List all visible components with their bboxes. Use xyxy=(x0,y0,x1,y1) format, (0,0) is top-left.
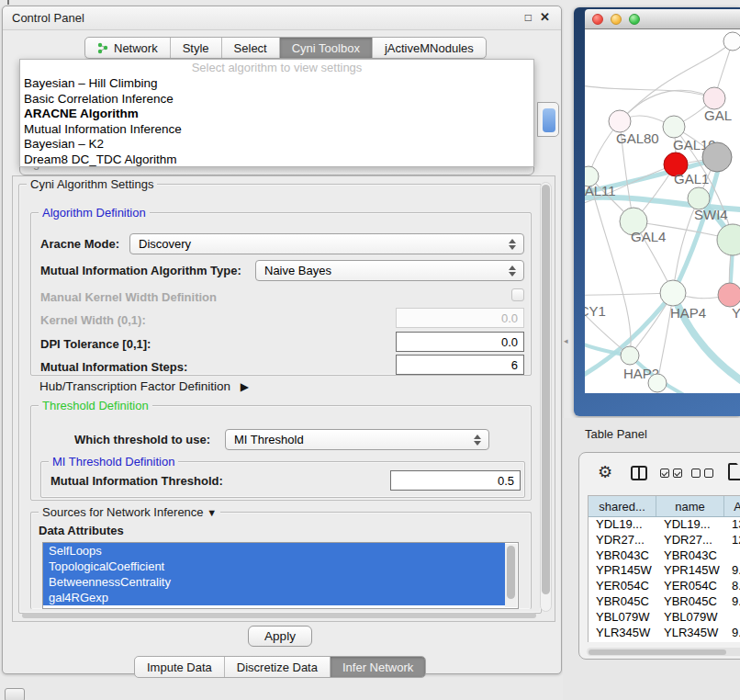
cell[interactable]: YBL079W xyxy=(589,610,656,626)
tab-network[interactable]: Network xyxy=(85,38,171,58)
network-canvas[interactable]: GALGAL80GAL10GAL1GAL11GAL4SWI4GCY1HAP4YH… xyxy=(585,29,740,393)
list-item-topologicalcoefficient[interactable]: TopologicalCoefficient xyxy=(43,559,505,574)
cell[interactable] xyxy=(724,610,740,626)
zoom-window-button[interactable] xyxy=(629,14,640,25)
table-row[interactable]: YER054C YER054C 8. xyxy=(589,579,740,594)
tab-impute-data[interactable]: Impute Data xyxy=(135,657,225,677)
minimized-panel-button[interactable] xyxy=(5,688,25,700)
cell[interactable]: YPR145W xyxy=(589,563,656,579)
table-row[interactable]: YBR045C YBR045C 9. xyxy=(589,594,740,610)
network-node-y[interactable] xyxy=(718,283,740,307)
obscured-spinner-fragment[interactable] xyxy=(537,102,559,137)
apply-button[interactable]: Apply xyxy=(248,626,312,647)
cell[interactable]: YLR345W xyxy=(589,626,656,641)
cell[interactable]: YIL052C xyxy=(589,640,656,642)
tab-cyni-toolbox[interactable]: Cyni Toolbox xyxy=(280,38,373,58)
dropdown-item-basic-correlation[interactable]: Basic Correlation Inference xyxy=(20,92,533,107)
table-row[interactable]: YDR27... YDR27... 12 xyxy=(589,533,740,548)
network-window-titlebar[interactable] xyxy=(585,9,740,29)
network-node-gal10[interactable] xyxy=(663,116,685,138)
cell[interactable]: YIL052C xyxy=(656,640,724,642)
table-row[interactable]: YLR345W YLR345W 9. xyxy=(589,626,740,641)
mi-threshold-field[interactable]: 0.5 xyxy=(390,470,521,491)
close-window-button[interactable] xyxy=(592,14,603,25)
cell[interactable]: YER054C xyxy=(656,579,724,594)
sources-toggle[interactable]: Sources for Network Inference ▼ xyxy=(39,505,220,519)
dropdown-item-aracne[interactable]: ARACNE Algorithm xyxy=(20,107,533,122)
cell[interactable]: YDR27... xyxy=(589,533,656,548)
new-table-icon[interactable] xyxy=(728,463,740,480)
tab-infer-network[interactable]: Infer Network xyxy=(331,657,425,677)
list-item-gal4rgexp[interactable]: gal4RGexp xyxy=(43,590,505,605)
cell[interactable]: YDL19... xyxy=(589,517,656,533)
cell[interactable]: 9 xyxy=(724,640,740,642)
table-row[interactable]: YPR145W YPR145W 9. xyxy=(589,563,740,579)
column-header-name[interactable]: name xyxy=(656,496,724,516)
network-node[interactable] xyxy=(717,224,740,255)
settings-horizontal-scrollbar[interactable] xyxy=(22,613,536,618)
network-node[interactable] xyxy=(723,32,740,51)
cell[interactable]: YBL079W xyxy=(656,610,724,626)
manual-kernel-checkbox[interactable] xyxy=(511,288,524,301)
cell[interactable]: YLR345W xyxy=(656,626,724,641)
network-node-gal80[interactable] xyxy=(609,110,631,132)
select-all-checkboxes-icon[interactable] xyxy=(660,469,682,478)
which-threshold-combobox[interactable]: MI Threshold xyxy=(225,429,489,450)
network-node-hap4[interactable] xyxy=(660,280,686,306)
divider-handle-icon[interactable]: ◂ xyxy=(564,336,568,345)
settings-vertical-scrollbar[interactable] xyxy=(540,182,552,612)
column-header-shared-name[interactable]: shared... xyxy=(589,496,656,516)
network-node[interactable] xyxy=(702,142,732,172)
network-node-gal[interactable] xyxy=(703,87,725,109)
network-edge[interactable] xyxy=(589,176,631,356)
tab-discretize-data[interactable]: Discretize Data xyxy=(225,657,331,677)
tab-style[interactable]: Style xyxy=(171,38,222,58)
network-node[interactable] xyxy=(648,374,667,392)
network-node-hap2[interactable] xyxy=(621,346,639,365)
table-horizontal-scrollbar[interactable] xyxy=(587,648,740,656)
cell[interactable]: YBR043C xyxy=(656,548,724,564)
column-header-clipped[interactable]: A xyxy=(724,496,740,516)
cell[interactable]: YDL19... xyxy=(656,517,724,533)
dropdown-item-bayesian-k2[interactable]: Bayesian – K2 xyxy=(20,137,533,152)
mi-steps-field[interactable]: 6 xyxy=(396,355,524,375)
cell[interactable]: 13 xyxy=(724,517,740,533)
list-item-selfloops[interactable]: SelfLoops xyxy=(43,543,505,559)
table-row[interactable]: YBL079W YBL079W xyxy=(589,610,740,626)
control-panel-titlebar[interactable]: Control Panel □ ✕ xyxy=(3,6,561,30)
dropdown-item-mutual-information[interactable]: Mutual Information Inference xyxy=(20,122,533,138)
settings-scrollbar-thumb[interactable] xyxy=(542,185,550,594)
tab-select[interactable]: Select xyxy=(222,38,280,58)
table-row[interactable]: YIL052C YIL052C 9 xyxy=(589,640,740,642)
table-scrollbar-thumb[interactable] xyxy=(589,649,726,655)
columns-icon[interactable] xyxy=(631,466,647,480)
float-panel-icon[interactable]: □ xyxy=(525,11,532,24)
dpi-tolerance-field[interactable]: 0.0 xyxy=(396,332,524,352)
hub-definition-toggle[interactable]: Hub/Transcription Factor Definition ▶ xyxy=(39,379,249,393)
table-row[interactable]: YDL19... YDL19... 13 xyxy=(589,517,740,533)
dropdown-item-dream8[interactable]: Dream8 DC_TDC Algorithm xyxy=(20,152,533,168)
mi-algorithm-type-combobox[interactable]: Naive Bayes xyxy=(255,260,524,281)
cell[interactable]: YBR045C xyxy=(589,594,656,610)
cell[interactable]: 12 xyxy=(724,533,740,548)
kernel-width-field[interactable]: 0.0 xyxy=(396,308,524,328)
cell[interactable]: 9. xyxy=(724,594,740,610)
cell[interactable]: YBR045C xyxy=(656,594,724,610)
cell[interactable]: YPR145W xyxy=(656,563,724,579)
close-panel-icon[interactable]: ✕ xyxy=(540,10,550,24)
cell[interactable]: 9. xyxy=(724,626,740,641)
list-scrollbar[interactable] xyxy=(505,544,517,607)
list-scrollbar-thumb[interactable] xyxy=(507,546,515,599)
cell[interactable]: YDR27... xyxy=(656,533,724,548)
aracne-mode-combobox[interactable]: Discovery xyxy=(129,233,524,254)
tab-jactivemnodules[interactable]: jActiveMNodules xyxy=(373,38,486,58)
cell[interactable]: 9. xyxy=(724,563,740,579)
unselect-all-checkboxes-icon[interactable] xyxy=(691,469,713,478)
list-item-betweennesscentrality[interactable]: BetweennessCentrality xyxy=(43,574,505,590)
table-row[interactable]: YBR043C YBR043C xyxy=(589,548,740,564)
cell[interactable] xyxy=(724,548,740,564)
dropdown-item-bayesian-hill-climbing[interactable]: Bayesian – Hill Climbing xyxy=(20,76,533,92)
gear-icon[interactable]: ⚙ xyxy=(598,464,612,480)
cell[interactable]: 8. xyxy=(724,579,740,594)
cell[interactable]: YBR043C xyxy=(589,548,656,564)
